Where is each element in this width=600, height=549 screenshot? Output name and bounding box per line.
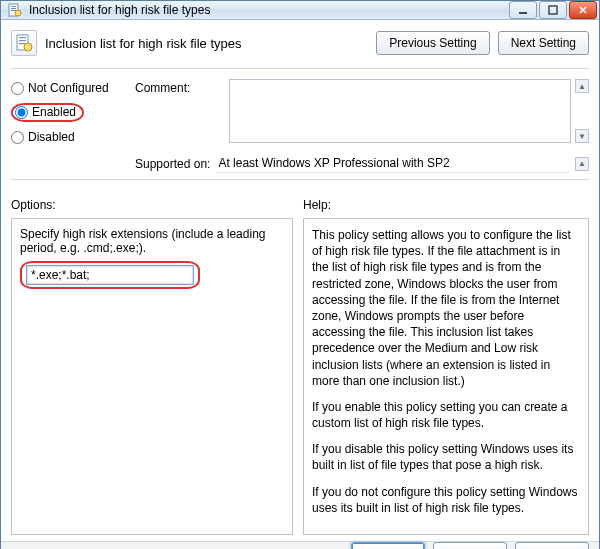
svg-rect-6 — [549, 6, 557, 14]
dialog-window: Inclusion list for high risk file types … — [0, 0, 600, 549]
divider — [11, 179, 589, 180]
help-paragraph: If you disable this policy setting Windo… — [312, 441, 580, 473]
radio-not-configured-input[interactable] — [11, 82, 24, 95]
titlebar[interactable]: Inclusion list for high risk file types — [1, 1, 599, 20]
supported-label: Supported on: — [135, 157, 210, 171]
svg-rect-10 — [19, 37, 26, 38]
highlight-extensions — [20, 261, 200, 289]
scroll-up-icon[interactable]: ▲ — [575, 79, 589, 93]
svg-rect-1 — [11, 6, 16, 7]
divider — [11, 68, 589, 69]
supported-row: Supported on: At least Windows XP Profes… — [135, 150, 589, 173]
previous-setting-button[interactable]: Previous Setting — [376, 31, 489, 55]
svg-rect-2 — [11, 8, 16, 9]
radio-enabled-label: Enabled — [32, 105, 76, 119]
help-paragraph: If you enable this policy setting you ca… — [312, 399, 580, 431]
panels: Specify high risk extensions (include a … — [11, 218, 589, 535]
next-setting-button[interactable]: Next Setting — [498, 31, 589, 55]
section-labels: Options: Help: — [11, 198, 589, 212]
ok-button[interactable]: OK — [351, 542, 425, 549]
supported-scrollbar[interactable]: ▲ — [575, 157, 589, 171]
extensions-field-label: Specify high risk extensions (include a … — [20, 227, 284, 255]
comment-input[interactable] — [229, 79, 571, 143]
policy-icon — [7, 2, 23, 18]
policy-title: Inclusion list for high risk file types — [45, 36, 368, 51]
radio-not-configured-label: Not Configured — [28, 81, 109, 95]
extensions-input[interactable] — [26, 265, 194, 285]
dialog-content: Inclusion list for high risk file types … — [1, 20, 599, 541]
policy-header-icon — [11, 30, 37, 56]
svg-point-4 — [15, 10, 21, 16]
help-paragraph: This policy setting allows you to config… — [312, 227, 580, 389]
radio-enabled-input[interactable] — [15, 106, 28, 119]
radio-not-configured[interactable]: Not Configured — [11, 79, 131, 97]
comment-scrollbar[interactable]: ▲ ▼ — [575, 79, 589, 143]
supported-value: At least Windows XP Professional with SP… — [216, 154, 569, 173]
scroll-up-icon[interactable]: ▲ — [575, 157, 589, 171]
close-button[interactable] — [569, 1, 597, 19]
radio-enabled[interactable]: Enabled — [11, 101, 131, 124]
scroll-down-icon[interactable]: ▼ — [575, 129, 589, 143]
radio-disabled[interactable]: Disabled — [11, 128, 131, 146]
svg-rect-5 — [519, 12, 527, 14]
svg-rect-11 — [19, 40, 26, 41]
help-paragraph: If you do not configure this policy sett… — [312, 484, 580, 516]
minimize-button[interactable] — [509, 1, 537, 19]
window-controls — [509, 1, 597, 19]
svg-point-13 — [24, 43, 32, 51]
apply-button[interactable]: Apply — [515, 542, 589, 549]
highlight-enabled: Enabled — [11, 103, 84, 122]
comment-label: Comment: — [135, 79, 225, 95]
state-area: Not Configured Enabled Disabled Comment:… — [11, 79, 589, 173]
window-title: Inclusion list for high risk file types — [29, 3, 509, 17]
help-panel[interactable]: This policy setting allows you to config… — [303, 218, 589, 535]
help-section-label: Help: — [303, 198, 589, 212]
options-panel: Specify high risk extensions (include a … — [11, 218, 293, 535]
maximize-button[interactable] — [539, 1, 567, 19]
policy-header: Inclusion list for high risk file types … — [11, 28, 589, 62]
cancel-button[interactable]: Cancel — [433, 542, 507, 549]
dialog-footer: OK Cancel Apply — [1, 541, 599, 549]
radio-disabled-input[interactable] — [11, 131, 24, 144]
options-section-label: Options: — [11, 198, 291, 212]
radio-disabled-label: Disabled — [28, 130, 75, 144]
